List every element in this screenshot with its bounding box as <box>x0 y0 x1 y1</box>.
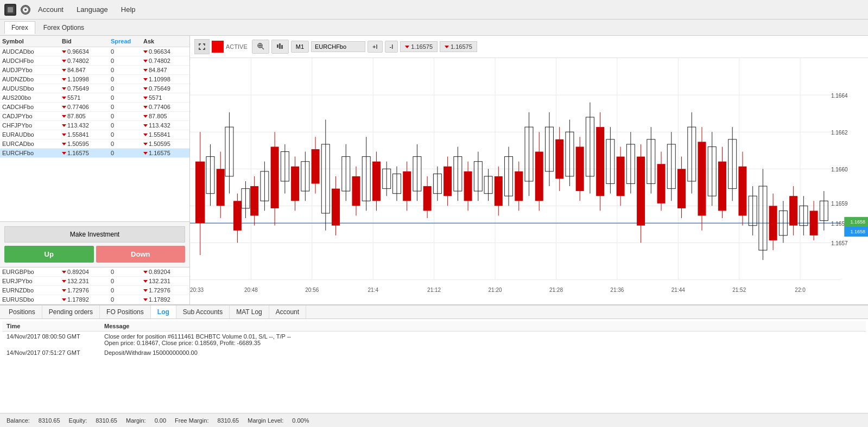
tab-forex-options[interactable]: Forex Options <box>36 21 91 34</box>
free-margin-label: Free Margin: <box>175 417 208 424</box>
col-message: Message <box>100 321 866 332</box>
chart-price-badge-2: 1.16575 <box>440 41 477 52</box>
svg-rect-110 <box>596 127 604 196</box>
svg-rect-114 <box>617 157 625 196</box>
symbol-row[interactable]: AUDJPYbo 84.847 0 84.847 <box>0 66 189 75</box>
svg-text:1.1657: 1.1657 <box>831 240 848 246</box>
svg-rect-122 <box>657 164 666 203</box>
log-row: 14/Nov/2017 08:00:50 GMT Close order for… <box>2 332 866 348</box>
svg-rect-10 <box>281 45 283 49</box>
symbol-row[interactable]: CHFJPYbo 113.432 0 113.432 <box>0 121 189 130</box>
menu-help[interactable]: Help <box>116 2 141 17</box>
symbol-list: Symbol Bid Spread Ask AUDCADbo 0.96634 0… <box>0 36 189 221</box>
chart-minus-button[interactable]: -I <box>385 41 398 53</box>
chart-status: ACTIVE <box>226 43 248 50</box>
log-row: 14/Nov/2017 07:51:27 GMT Deposit/Withdra… <box>2 348 866 358</box>
tab-fo-positions[interactable]: FO Positions <box>100 305 151 318</box>
svg-text:21:20: 21:20 <box>489 287 502 293</box>
tab-positions[interactable]: Positions <box>2 305 42 318</box>
svg-rect-58 <box>332 189 340 226</box>
tab-log[interactable]: Log <box>151 305 176 318</box>
investment-area: Make Investment Up Down <box>0 221 189 267</box>
make-investment-button[interactable]: Make Investment <box>4 226 185 243</box>
svg-rect-90 <box>495 176 503 206</box>
svg-rect-72 <box>403 171 411 201</box>
symbol-row[interactable]: EURUSDbo 1.17892 0 1.17892 <box>0 295 189 304</box>
bottom-tabs-area: Positions Pending orders FO Positions Lo… <box>0 304 868 413</box>
svg-rect-66 <box>372 162 381 201</box>
symbol-row[interactable]: EURCADbo 1.50595 0 1.50595 <box>0 139 189 149</box>
bottom-content: Time Message 14/Nov/2017 08:00:50 GMT Cl… <box>0 319 868 413</box>
svg-rect-94 <box>515 171 523 201</box>
svg-rect-38 <box>233 201 242 230</box>
tab-account[interactable]: Account <box>269 305 306 318</box>
svg-text:21:36: 21:36 <box>610 287 624 293</box>
balance-label: Balance: <box>7 417 30 424</box>
svg-rect-134 <box>718 162 726 211</box>
app-logo <box>4 4 16 16</box>
top-menu-bar: Account Language Help <box>0 0 868 20</box>
chart-area: 1.1664 1.1662 1.1660 1.1659 1.1658 1.165… <box>190 58 868 304</box>
chart-panel: ACTIVE M1 <box>190 36 868 304</box>
status-bar: Balance: 8310.65 Equity: 8310.65 Margin:… <box>0 413 868 427</box>
symbol-row[interactable]: EURJPYbo 132.231 0 132.231 <box>0 277 189 286</box>
equity-label: Equity: <box>69 417 87 424</box>
svg-text:20:33: 20:33 <box>190 287 204 293</box>
symbol-row[interactable]: CADJPYbo 87.805 0 87.805 <box>0 112 189 121</box>
svg-rect-84 <box>464 171 472 201</box>
tab-sub-accounts[interactable]: Sub Accounts <box>176 305 230 318</box>
margin-level-label: Margin Level: <box>248 417 283 424</box>
free-margin-value: 8310.65 <box>217 417 239 424</box>
candlestick-chart: 1.1664 1.1662 1.1660 1.1659 1.1658 1.165… <box>190 58 868 304</box>
col-bid: Bid <box>62 38 111 44</box>
svg-text:1.1658: 1.1658 <box>850 219 865 225</box>
up-button[interactable]: Up <box>4 246 94 263</box>
tab-pending-orders[interactable]: Pending orders <box>42 305 100 318</box>
tab-forex[interactable]: Forex <box>4 21 35 34</box>
chart-type-button[interactable] <box>271 40 289 54</box>
menu-language[interactable]: Language <box>71 2 113 17</box>
bottom-tab-bar: Positions Pending orders FO Positions Lo… <box>0 305 868 319</box>
menu-account[interactable]: Account <box>33 2 69 17</box>
chart-toolbar: ACTIVE M1 <box>190 36 868 58</box>
symbol-row[interactable]: AUDNZDbo 1.10998 0 1.10998 <box>0 75 189 84</box>
svg-line-5 <box>262 47 264 49</box>
svg-rect-98 <box>535 152 543 201</box>
symbol-panel: Symbol Bid Spread Ask AUDCADbo 0.96634 0… <box>0 36 190 304</box>
symbol-row[interactable]: EURAUDbo 1.55841 0 1.55841 <box>0 130 189 139</box>
symbol-row[interactable]: AUDUSDbo 0.75649 0 0.75649 <box>0 84 189 93</box>
svg-point-3 <box>24 9 27 11</box>
symbol-row-eurchfbo[interactable]: EURCHFbo 1.16575 0 1.16575 <box>0 149 189 158</box>
svg-rect-144 <box>769 206 777 240</box>
symbol-row[interactable]: EURNZDbo 1.72976 0 1.72976 <box>0 286 189 295</box>
symbol-row[interactable]: CADCHFbo 0.77406 0 0.77406 <box>0 103 189 112</box>
timeframe-button[interactable]: M1 <box>291 41 309 53</box>
balance-value: 8310.65 <box>39 417 60 424</box>
svg-text:21:44: 21:44 <box>671 287 685 293</box>
margin-level-value: 0.00% <box>292 417 309 424</box>
svg-rect-102 <box>555 139 563 179</box>
chart-plus-button[interactable]: +I <box>368 41 382 53</box>
symbol-row[interactable]: AUDCHFbo 0.74802 0 0.74802 <box>0 56 189 66</box>
svg-rect-62 <box>352 176 360 206</box>
down-button[interactable]: Down <box>96 246 186 263</box>
symbol-row[interactable]: EURGBPbo 0.89204 0 0.89204 <box>0 267 189 277</box>
chart-symbol-input[interactable] <box>311 41 365 52</box>
svg-rect-76 <box>423 186 432 211</box>
col-ask: Ask <box>143 38 189 44</box>
expand-button[interactable] <box>194 39 210 54</box>
record-button[interactable] <box>212 41 224 53</box>
col-time: Time <box>2 321 100 332</box>
svg-rect-106 <box>576 146 584 191</box>
symbol-row[interactable]: AUS200bo 5571 0 5571 <box>0 93 189 103</box>
svg-text:20:48: 20:48 <box>244 287 258 293</box>
svg-text:22:0: 22:0 <box>795 287 806 293</box>
tab-mat-log[interactable]: MAT Log <box>230 305 269 318</box>
svg-rect-152 <box>810 211 818 235</box>
symbol-table-header: Symbol Bid Spread Ask <box>0 36 189 47</box>
svg-rect-126 <box>677 169 686 208</box>
svg-text:21:52: 21:52 <box>732 287 746 293</box>
zoom-button[interactable] <box>252 40 269 54</box>
svg-text:1.1662: 1.1662 <box>831 130 848 136</box>
symbol-row[interactable]: AUDCADbo 0.96634 0 0.96634 <box>0 47 189 56</box>
